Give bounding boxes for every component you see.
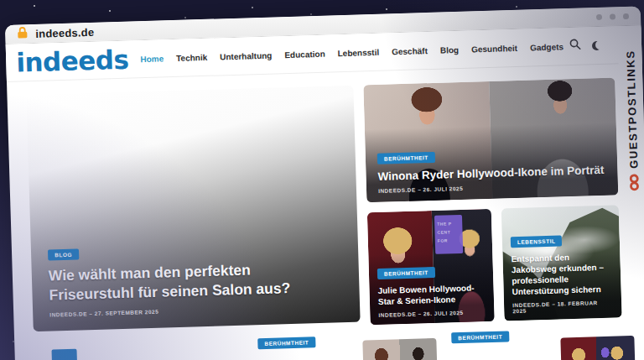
article-source: INDEEDS.DE bbox=[378, 187, 416, 194]
meta-separator: – bbox=[552, 301, 555, 307]
article-title[interactable]: Winona Ryder Hollywood-Ikone im Porträt bbox=[377, 164, 609, 183]
article-title[interactable]: Entspannt den Jakobsweg erkunden – profe… bbox=[511, 251, 612, 298]
nav-item-geschaeft[interactable]: Geschäft bbox=[392, 46, 428, 56]
hero-article-card[interactable]: BERÜHMTHEIT Winona Ryder Hollywood-Ikone… bbox=[363, 77, 618, 202]
nav-item-education[interactable]: Education bbox=[284, 49, 325, 59]
lock-icon bbox=[17, 26, 29, 42]
card-article-text: LEBENSSTIL Entspannt den Jakobsweg erkun… bbox=[511, 230, 614, 315]
meta-separator: – bbox=[418, 186, 421, 192]
article-title[interactable]: Julie Bowen Hollywood-Star & Serien-Ikon… bbox=[377, 282, 486, 307]
header-icons bbox=[569, 37, 626, 54]
guestpostlinks-banner[interactable]: GUESTPOSTLINKS bbox=[617, 28, 644, 206]
nav-item-home[interactable]: Home bbox=[140, 54, 164, 64]
article-source: INDEEDS.DE bbox=[49, 310, 87, 317]
guestpostlinks-label[interactable]: GUESTPOSTLINKS bbox=[623, 28, 640, 169]
article-thumbnail-julie[interactable] bbox=[560, 336, 635, 360]
hero-article-text: BERÜHMTHEIT Winona Ryder Hollywood-Ikone… bbox=[377, 143, 610, 194]
nav-item-technik[interactable]: Technik bbox=[176, 52, 207, 62]
card-article-text: BERÜHMTHEIT Julie Bowen Hollywood-Star &… bbox=[377, 261, 486, 318]
featured-article-text: BLOG Wie wählt man den perfekten Friseur… bbox=[48, 237, 351, 317]
article-card-jakobsweg[interactable]: LEBENSSTIL Entspannt den Jakobsweg erkun… bbox=[501, 205, 622, 321]
category-badge[interactable]: BLOG bbox=[48, 249, 79, 261]
nav-item-gadgets[interactable]: Gadgets bbox=[530, 42, 564, 52]
category-badge[interactable]: LEBENSSTIL bbox=[511, 235, 563, 248]
main-navigation: Home Technik Unterhaltung Education Lebe… bbox=[140, 42, 564, 64]
starfield-background bbox=[34, 5, 35, 7]
nav-item-blog[interactable]: Blog bbox=[440, 44, 460, 55]
nav-item-gesundheit[interactable]: Gesundheit bbox=[471, 43, 517, 54]
article-date: 27. SEPTEMBER 2025 bbox=[95, 309, 159, 316]
article-source: INDEEDS.DE bbox=[512, 301, 550, 308]
chain-link-icon bbox=[626, 174, 642, 196]
category-badge[interactable]: BERÜHMTHEIT bbox=[451, 331, 509, 343]
category-badge[interactable]: BERÜHMTHEIT bbox=[377, 267, 435, 279]
category-badge[interactable]: BERÜHMTHEIT bbox=[377, 152, 435, 164]
article-title[interactable]: Wie wählt man den perfekten Friseurstuhl… bbox=[49, 258, 314, 304]
browser-window: indeeds.de indeeds Home Technik Unterhal… bbox=[5, 7, 644, 360]
content-grid: BLOG Wie wählt man den perfekten Friseur… bbox=[7, 63, 644, 335]
article-date: 26. JULI 2025 bbox=[423, 310, 464, 316]
stage-backdrop-sign: THE P CENT FOR bbox=[434, 215, 463, 254]
window-control-dots[interactable] bbox=[596, 13, 629, 19]
article-source: INDEEDS.DE bbox=[378, 311, 416, 318]
right-column: BERÜHMTHEIT Winona Ryder Hollywood-Ikone… bbox=[363, 77, 621, 325]
category-badge[interactable]: BERÜHMTHEIT bbox=[257, 337, 315, 349]
search-icon[interactable] bbox=[569, 39, 582, 54]
address-bar-url[interactable]: indeeds.de bbox=[35, 25, 94, 39]
meta-separator: – bbox=[89, 310, 92, 316]
nav-item-lebensstil[interactable]: Lebensstil bbox=[337, 47, 379, 57]
dark-mode-moon-icon[interactable] bbox=[592, 40, 601, 50]
article-date: 26. JULI 2025 bbox=[423, 185, 463, 192]
meta-separator: – bbox=[418, 310, 421, 316]
site-logo[interactable]: indeeds bbox=[16, 46, 129, 76]
article-card-julie-bowen[interactable]: THE P CENT FOR BERÜHMTHEIT Julie Bowen H… bbox=[367, 209, 495, 325]
article-thumbnail-winona[interactable] bbox=[362, 338, 437, 360]
article-meta: INDEEDS.DE – 27. SEPTEMBER 2025 bbox=[49, 303, 351, 318]
secondary-cards-row: THE P CENT FOR BERÜHMTHEIT Julie Bowen H… bbox=[367, 205, 622, 325]
category-badge[interactable] bbox=[51, 349, 76, 360]
nav-item-unterhaltung[interactable]: Unterhaltung bbox=[220, 50, 273, 61]
sign-line: FOR bbox=[438, 236, 460, 245]
featured-article-card[interactable]: BLOG Wie wählt man den perfekten Friseur… bbox=[26, 86, 360, 331]
